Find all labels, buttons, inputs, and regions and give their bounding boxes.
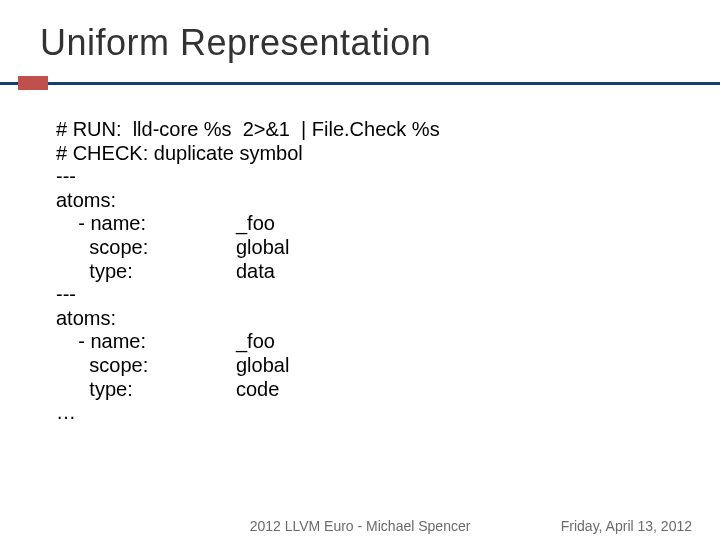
name-val: _foo [236, 212, 275, 236]
separator: --- [56, 283, 720, 307]
atom-row: type:code [56, 378, 720, 402]
name-val: _foo [236, 330, 275, 354]
title-rule [0, 76, 720, 90]
run-line: # RUN: lld-core %s 2>&1 | File.Check %s [56, 118, 720, 142]
atom-row: scope:global [56, 236, 720, 260]
scope-val: global [236, 354, 289, 378]
atoms-label: atoms: [56, 307, 720, 331]
footer-date: Friday, April 13, 2012 [561, 518, 692, 534]
separator: --- [56, 165, 720, 189]
slide-title: Uniform Representation [0, 0, 720, 76]
type-key: type: [56, 260, 236, 284]
atom-row: type:data [56, 260, 720, 284]
scope-key: scope: [56, 236, 236, 260]
code-block: # RUN: lld-core %s 2>&1 | File.Check %s … [0, 108, 720, 425]
atom-row: scope:global [56, 354, 720, 378]
scope-val: global [236, 236, 289, 260]
type-val: data [236, 260, 275, 284]
rule-line [0, 82, 720, 85]
name-key: - name: [56, 330, 236, 354]
atoms-label: atoms: [56, 189, 720, 213]
check-line: # CHECK: duplicate symbol [56, 142, 720, 166]
type-key: type: [56, 378, 236, 402]
footer-center: 2012 LLVM Euro - Michael Spencer [250, 518, 471, 534]
type-val: code [236, 378, 279, 402]
name-key: - name: [56, 212, 236, 236]
slide: Uniform Representation # RUN: lld-core %… [0, 0, 720, 540]
atom-row: - name:_foo [56, 212, 720, 236]
scope-key: scope: [56, 354, 236, 378]
ellipsis: … [56, 401, 720, 425]
atom-row: - name:_foo [56, 330, 720, 354]
rule-accent [18, 76, 48, 90]
